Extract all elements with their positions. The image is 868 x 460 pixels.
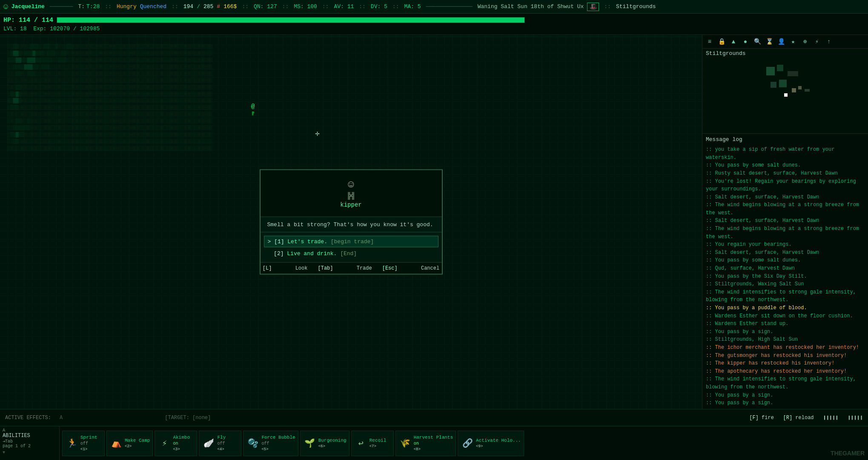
ability-activateholo[interactable]: 🔗 Activate Holo... <9> xyxy=(458,431,524,456)
harvestplants-icon: 🌾 xyxy=(398,437,412,450)
ability-forcebubble[interactable]: 🫧 Force Bubble off <5> xyxy=(243,431,298,456)
player-name: Jacqueline xyxy=(11,3,45,10)
top-sep10: :: xyxy=(604,3,611,10)
ability-burgeoning[interactable]: 🌱 Burgeoning <6> xyxy=(300,431,349,456)
reload-key[interactable]: [R] xyxy=(783,415,793,421)
message-line: :: Wardens Esther stand up. xyxy=(706,320,865,328)
toolbar-crosshair-icon[interactable]: ⊕ xyxy=(799,36,811,47)
dialog-cancel-key[interactable]: [Esc] xyxy=(382,265,398,271)
sprint-key: <1> xyxy=(80,447,97,452)
message-log: Message log :: you take a sip of fresh w… xyxy=(702,134,868,409)
svg-rect-7 xyxy=(798,86,802,89)
hp-bar-inner xyxy=(57,17,524,23)
abilities-sidebar: A ABILITIES ⇥Tab page 1 of 2 ▼ xyxy=(0,426,60,460)
message-line: :: You pass by some salt dunes. xyxy=(706,161,865,170)
abilities-list: 🏃 Sprint off <1> ⛺ Make Camp <2> ⚡ Akimb… xyxy=(60,426,868,460)
toolbar-person-icon[interactable]: 👤 xyxy=(776,36,787,47)
time-label: T: xyxy=(78,3,85,10)
ma-val: MA: 5 xyxy=(404,3,421,10)
message-log-title: Message log xyxy=(706,135,865,144)
ability-sprint[interactable]: 🏃 Sprint off <1> xyxy=(62,431,105,456)
dialog-trade-key[interactable]: [Tab] xyxy=(318,265,333,271)
abilities-scroll-down[interactable]: ▼ xyxy=(3,450,57,455)
svg-rect-4 xyxy=(771,82,776,88)
right-panel: ≡ 🔒 ▲ ● 🔍 ⌛ 👤 ★ ⊕ ⚡ ↑ Stiltgrounds xyxy=(702,35,868,409)
svg-rect-5 xyxy=(784,93,788,97)
svg-rect-8 xyxy=(805,89,810,92)
dv-val: DV: 5 xyxy=(371,3,387,10)
toolbar-triangle-icon[interactable]: ▲ xyxy=(728,36,739,47)
minimap-title: Stiltgrounds xyxy=(702,49,868,58)
forcebubble-name: Force Bubble xyxy=(261,434,295,441)
makecamp-key: <2> xyxy=(125,444,150,449)
bottom-status: ACTIVE EFFECTS: A [TARGET: [none] [F] fi… xyxy=(0,409,868,426)
message-line: :: Wardens Esther sit down on the floor … xyxy=(706,312,865,320)
svg-rect-1 xyxy=(777,65,783,71)
abilities-page: page 1 of 2 xyxy=(3,444,57,448)
ability-harvestplants[interactable]: 🌾 Harvest Plants on <8> xyxy=(395,431,456,456)
toolbar-circle-icon[interactable]: ● xyxy=(740,36,751,47)
map-npc: @ xyxy=(251,103,255,110)
fire-key[interactable]: [F] xyxy=(749,415,759,421)
message-line: :: Salt desert, surface, Harvest Dawn xyxy=(706,217,865,225)
ability-recoil[interactable]: ↩ Recoil <7> xyxy=(351,431,394,456)
message-line: :: The ichor merchant has restocked her … xyxy=(706,344,865,352)
ability-makecamp[interactable]: ⛺ Make Camp <2> xyxy=(106,431,153,456)
message-line: :: The gutsmonger has restocked his inve… xyxy=(706,352,865,360)
forcebubble-key: <5> xyxy=(261,447,295,452)
toolbar-lightning-icon[interactable]: ⚡ xyxy=(811,36,822,47)
ability-akimbo[interactable]: ⚡ Akimbo on <3> xyxy=(155,431,197,456)
message-line: :: Rusty salt desert, surface, Harvest D… xyxy=(706,170,865,178)
targets-val: [TARGET: [none] xyxy=(165,415,211,421)
fire-label: fire xyxy=(762,415,774,421)
svg-rect-2 xyxy=(788,71,798,76)
toolbar-arrow-icon[interactable]: ↑ xyxy=(823,36,834,47)
toolbar-clock-icon[interactable]: ⌛ xyxy=(764,36,775,47)
dialog-text: Smell a bit strong? That's how you know … xyxy=(261,217,442,233)
player-icon: ☺ xyxy=(3,3,8,11)
top-sep7: :: xyxy=(359,3,366,10)
sprint-icon: 🏃 xyxy=(65,437,79,450)
location-hat-icon: 🎩 xyxy=(587,3,599,11)
toolbar-search-icon[interactable]: 🔍 xyxy=(752,36,763,47)
location-val: Stiltgrounds xyxy=(616,3,656,10)
dialog-option-1[interactable]: > [1] Let's trade. [begin trade] xyxy=(264,236,438,247)
top-sep6: :: xyxy=(322,3,329,10)
message-line: :: The wind begins blowing at a strong b… xyxy=(706,201,865,217)
dialog-look-key[interactable]: [L] xyxy=(263,265,272,271)
qn-val: QN: 127 xyxy=(254,3,277,10)
toolbar-star-icon[interactable]: ★ xyxy=(788,36,799,47)
message-line: :: The wind intensifies to strong gale i… xyxy=(706,288,865,304)
message-line: :: Salt desert, surface, Harvest Dawn xyxy=(706,249,865,257)
toolbar-lock-icon[interactable]: 🔒 xyxy=(716,36,727,47)
dialog-cancel-label: Cancel xyxy=(421,265,439,271)
top-sep3: :: xyxy=(172,3,178,10)
game-view: ░░▒▒░░░░▒▒▒░░▒▒░░▒░░░▒▒░░░░░░░░░░░░░░░░░… xyxy=(0,35,702,409)
dialog-portrait: ☺ ╠╣ kipper xyxy=(261,170,442,217)
message-line: :: you take a sip of fresh water from yo… xyxy=(706,146,865,161)
dialog-option-2[interactable]: [2] Live and drink. [End] xyxy=(264,248,438,259)
top-sep9: ────────────── xyxy=(426,3,472,10)
ability-fly[interactable]: 🪽 Fly off <4> xyxy=(199,431,241,456)
akimbo-key: <3> xyxy=(173,447,190,452)
gold-val: 166$ xyxy=(223,3,237,10)
map-npc2: ╔ xyxy=(251,109,254,115)
fire-section: [F] fire [R] reload ❙❙❙❙❙ ❙❙❙❙❙ xyxy=(749,414,863,421)
minimap-area: Stiltgrounds xyxy=(702,49,868,134)
abilities-tab-hint: ⇥Tab xyxy=(3,439,57,444)
npc-sprite-body: ╠╣ xyxy=(347,192,355,200)
date-val: Waning Salt Sun 18th of Shwut Ux xyxy=(478,3,584,10)
forcebubble-icon: 🫧 xyxy=(246,437,260,450)
forcebubble-status: off xyxy=(261,441,295,447)
recoil-key: <7> xyxy=(370,444,387,449)
hungry-status: Hungry xyxy=(117,3,137,10)
harvestplants-status: on xyxy=(414,441,453,447)
toolbar-menu-icon[interactable]: ≡ xyxy=(704,36,715,47)
message-line: :: Stiltgrounds, High Salt Sun xyxy=(706,336,865,344)
activateholo-key: <9> xyxy=(476,444,521,449)
minimap-svg xyxy=(702,58,868,129)
fly-key: <4> xyxy=(217,447,226,452)
burgeoning-key: <6> xyxy=(318,444,347,449)
top-sep8: :: xyxy=(392,3,399,10)
hp-bar-outer xyxy=(57,17,525,23)
